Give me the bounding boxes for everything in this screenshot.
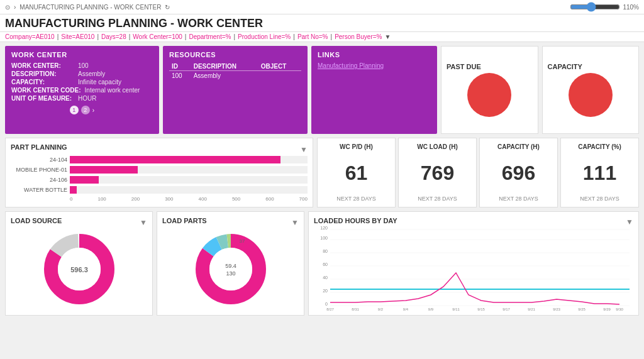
part-planning-title: PART PLANNING (11, 143, 67, 151)
filter-dept[interactable]: Department=% (189, 33, 231, 40)
resources-card: RESOURCES ID DESCRIPTION OBJECT 100 Asse… (163, 46, 308, 134)
stat-card-3: CAPACITY (%) 111 NEXT 28 DAYS (560, 138, 639, 207)
svg-text:9/17: 9/17 (502, 307, 510, 311)
stat-subtitle-2: NEXT 28 DAYS (499, 196, 538, 202)
x-axis: 0 100 200 300 400 500 600 700 (70, 196, 308, 202)
svg-text:9/9: 9/9 (428, 307, 434, 311)
svg-text:9/30: 9/30 (616, 307, 623, 311)
loaded-hours-expand[interactable]: ▼ (626, 218, 633, 226)
svg-text:9/15: 9/15 (477, 307, 485, 311)
svg-text:9/23: 9/23 (553, 307, 560, 311)
filter-dropdown-icon[interactable]: ▼ (384, 33, 391, 40)
stat-title-3: CAPACITY (%) (578, 143, 621, 150)
stat-subtitle-0: NEXT 28 DAYS (336, 196, 376, 202)
wc-stats: WC P/D (H) 61 NEXT 28 DAYS WC LOAD (H) 7… (317, 138, 639, 207)
load-source-expand[interactable]: ▼ (140, 218, 147, 227)
line-chart-container: 0 20 40 60 80 100 120 (314, 227, 633, 309)
line-chart-svg: 0 20 40 60 80 100 120 (314, 227, 633, 309)
info-row: WORK CENTER WORK CENTER: 100 DESCRIPTION… (5, 46, 639, 134)
svg-text:8/27: 8/27 (326, 307, 334, 311)
past-due-title: PAST DUE (447, 63, 481, 70)
page-title: MANUFACTURING PLANNING - WORK CENTER (0, 14, 644, 32)
wc-field-4: UNIT OF MEASURE: HOUR (11, 95, 153, 102)
filter-prodline[interactable]: Production Line=% (238, 33, 291, 40)
dashboard: WORK CENTER WORK CENTER: 100 DESCRIPTION… (0, 42, 644, 319)
bar-bg-2 (70, 176, 308, 184)
loaded-hours-card: LOADED HOURS BY DAY ▼ 0 20 40 60 80 100 … (308, 211, 639, 316)
refresh-icon[interactable]: ↻ (165, 4, 170, 11)
load-parts-expand[interactable]: ▼ (291, 218, 299, 227)
stat-card-0: WC P/D (H) 61 NEXT 28 DAYS (317, 138, 396, 207)
pagination: 1 2 › (11, 106, 153, 114)
wc-field-0: WORK CENTER: 100 (11, 62, 153, 69)
resource-id: 100 (169, 71, 191, 81)
wc-field-1: DESCRIPTION: Assembly (11, 70, 153, 77)
stat-value-3: 111 (583, 163, 616, 183)
bar-label-3: WATER BOTTLE (11, 187, 67, 193)
resources-table: ID DESCRIPTION OBJECT 100 Assembly (169, 62, 301, 80)
breadcrumb-text: MANUFACTURING PLANNING - WORK CENTER (19, 4, 161, 11)
bar-bg-0 (70, 156, 308, 163)
svg-point-8 (209, 248, 252, 290)
bar-row-3: WATER BOTTLE (11, 186, 308, 194)
svg-text:37: 37 (239, 238, 245, 244)
filter-company[interactable]: Company=AE010 (5, 33, 55, 40)
load-source-card: LOAD SOURCE ▼ 596.3 (5, 211, 153, 316)
svg-text:8/31: 8/31 (352, 307, 359, 311)
resources-title: RESOURCES (169, 51, 301, 58)
zoom-label: 110% (623, 4, 639, 11)
capacity-card: CAPACITY (542, 46, 640, 134)
bar-label-0: 24-104 (11, 157, 67, 163)
wc-field-2: CAPACITY: Infinite capacity (11, 79, 153, 86)
svg-text:130: 130 (226, 270, 235, 277)
col-id: ID (169, 62, 191, 71)
next-page-arrow[interactable]: › (92, 107, 94, 114)
capacity-title: CAPACITY (548, 63, 582, 70)
svg-text:9/2: 9/2 (378, 307, 384, 311)
filter-days[interactable]: Days=28 (101, 33, 126, 40)
filter-partno[interactable]: Part No=% (297, 33, 328, 40)
filter-site[interactable]: Site=AE010 (61, 33, 94, 40)
svg-text:596.3: 596.3 (70, 266, 88, 273)
manufacturing-planning-link[interactable]: Manufacturing Planning (318, 62, 384, 69)
col-desc: DESCRIPTION (191, 62, 258, 71)
svg-text:9/25: 9/25 (578, 307, 586, 311)
bar-bg-1 (70, 166, 308, 174)
bar-bg-3 (70, 186, 308, 194)
past-due-indicator (467, 73, 511, 117)
load-parts-donut: 59.4 130 37 (162, 228, 299, 310)
charts-row: LOAD SOURCE ▼ 596.3 LOAD PARTS ▼ (5, 211, 639, 316)
load-source-donut: 596.3 (11, 228, 147, 310)
stat-title-2: CAPACITY (H) (497, 143, 540, 150)
part-planning-card: PART PLANNING ▼ 24-104 MOBILE PHONE-01 (5, 138, 313, 207)
links-title: LINKS (318, 51, 431, 58)
metrics-row: PART PLANNING ▼ 24-104 MOBILE PHONE-01 (5, 138, 639, 207)
past-due-card: PAST DUE (441, 46, 538, 134)
page-1[interactable]: 1 (70, 106, 79, 114)
stat-title-1: WC LOAD (H) (417, 143, 457, 150)
bar-row-1: MOBILE PHONE-01 (11, 166, 308, 174)
resource-obj (258, 71, 301, 81)
col-obj: OBJECT (258, 62, 301, 71)
svg-text:120: 120 (320, 226, 328, 230)
svg-text:59.4: 59.4 (225, 263, 236, 269)
filter-workcenter[interactable]: Work Center=100 (133, 33, 182, 40)
filter-bar: Company=AE010 | Site=AE010 | Days=28 | W… (0, 32, 644, 42)
svg-text:0: 0 (325, 302, 328, 306)
stat-subtitle-1: NEXT 28 DAYS (418, 196, 457, 202)
stat-value-0: 61 (345, 163, 368, 183)
bar-label-2: 24-106 (11, 177, 67, 183)
zoom-slider[interactable] (570, 2, 620, 12)
stat-value-1: 769 (421, 163, 454, 183)
top-bar: ⊙ › MANUFACTURING PLANNING - WORK CENTER… (0, 0, 644, 14)
links-list: Manufacturing Planning (318, 62, 431, 69)
stat-card-2: CAPACITY (H) 696 NEXT 28 DAYS (479, 138, 558, 207)
resource-row: 100 Assembly (169, 71, 301, 81)
load-source-title: LOAD SOURCE (11, 217, 62, 224)
breadcrumb-area: ⊙ › MANUFACTURING PLANNING - WORK CENTER… (5, 4, 170, 11)
expand-icon[interactable]: ▼ (300, 145, 308, 154)
svg-text:100: 100 (320, 236, 328, 240)
page-2[interactable]: 2 (81, 106, 90, 114)
filter-buyer[interactable]: Person Buyer=% (335, 33, 382, 40)
stat-title-0: WC P/D (H) (340, 143, 373, 150)
